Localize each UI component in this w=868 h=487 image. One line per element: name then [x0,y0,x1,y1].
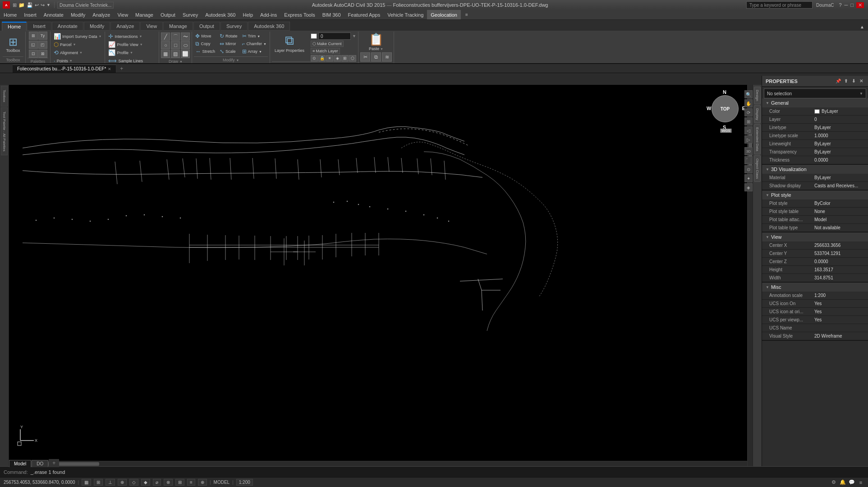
layer-properties-btn[interactable]: ⧉ Layer Properties [272,32,307,54]
ducs-btn[interactable]: ⊗ [164,479,173,486]
menu-addins[interactable]: Add-ins [257,10,280,19]
viz3d-section-header[interactable]: ▼ 3D Visualization [762,165,868,174]
layer-icon5[interactable]: ⊞ [341,55,349,61]
parcel-btn[interactable]: ⬡ Parcel ▼ [52,41,103,48]
scale-btn[interactable]: ⤡ Scale [218,48,239,55]
circle-btn[interactable]: ○ [161,41,170,49]
ribbon-toggle[interactable]: ▲ [856,23,868,31]
menu-analyze[interactable]: Analyze [89,10,114,19]
match-layer-btn[interactable]: ≡ Match Layer [311,48,340,54]
plot-section-header[interactable]: ▼ Plot style [762,190,868,199]
array-btn[interactable]: ⊞ Array ▼ [241,48,268,55]
osnap-btn[interactable]: ◇ [129,479,138,486]
selection-dropdown[interactable]: No selection ▼ [764,88,866,98]
palette-btn4[interactable]: ◰ [38,41,47,49]
search-box[interactable]: Type a keyword or phrase [746,1,813,9]
qa-dropdown[interactable]: ▼ [46,3,51,7]
qa-undo[interactable]: ↩ [35,2,39,8]
nav-extra3[interactable]: ◈ [744,183,753,191]
tab-home[interactable]: Home [2,22,27,31]
layer-icon1[interactable]: ⊙ [311,55,318,61]
menu-output[interactable]: Output [157,10,179,19]
general-section-header[interactable]: ▼ General [762,98,868,107]
dynin-btn[interactable]: ⊞ [175,479,184,486]
menu-toggle[interactable]: ≡ [463,11,471,18]
nav-extents-btn[interactable]: ⊞ [744,117,753,125]
tab-close-icon[interactable]: ✕ [108,67,111,71]
model-tab-do[interactable]: DO [32,460,48,467]
new-tab-btn[interactable]: + [116,65,127,73]
qa-redo[interactable]: ↪ [41,2,45,8]
side-tab-object[interactable]: Object Class [754,155,761,182]
sample-lines-btn[interactable]: ⟺ Sample Lines [107,57,146,63]
tab-analyze[interactable]: Analyze [110,22,140,31]
palette-btn6[interactable]: ⊠ [38,50,47,58]
menu-express[interactable]: Express Tools [280,10,318,19]
layer-num-input[interactable]: 0 [318,32,351,40]
prop-down-btn[interactable]: ⬇ [850,78,857,84]
snap-btn[interactable]: ▦ [82,479,91,486]
palette-btn2[interactable]: Ty [38,32,47,40]
line-btn[interactable]: ╱ [161,32,170,41]
qa-save[interactable]: 💾 [27,2,33,8]
profile-view-btn[interactable]: 📈 Profile View ▼ [107,41,146,48]
tab-annotate[interactable]: Annotate [52,22,83,31]
palette-btn5[interactable]: ⊡ [29,50,38,58]
layer-dropdown-arrow[interactable]: ▼ [352,34,356,38]
spline-btn[interactable]: 〜 [181,32,190,41]
layer-icon6[interactable]: ⬡ [349,55,356,61]
match-prop-btn[interactable]: ≋ [382,52,392,61]
qa-new[interactable]: ⊞ [13,2,17,8]
side-tab-display[interactable]: Display [754,105,761,123]
move-btn[interactable]: ✥ Move [194,32,216,40]
menu-bim360[interactable]: BIM 360 [319,10,344,19]
status-icon1[interactable]: ⚙ [830,479,837,486]
layer-icon4[interactable]: ◈ [334,55,341,61]
menu-autodesk360[interactable]: Autodesk 360 [202,10,239,19]
intersections-btn[interactable]: ✛ Intersections ▼ [107,32,146,40]
otrack-btn[interactable]: ⌀ [153,479,161,486]
import-survey-btn[interactable]: 📊 Import Survey Data ▼ [52,32,103,40]
tab-output[interactable]: Output [193,22,220,31]
paste-btn[interactable]: 📋 Paste ▼ [366,32,386,52]
view-section-header[interactable]: ▼ View [762,232,868,241]
status-icon4[interactable]: ≡ [857,479,864,486]
gradient-btn[interactable]: ▨ [171,50,180,58]
side-tab-extended[interactable]: Extended Data [754,124,761,154]
viewport[interactable]: N S W E TOP WGS Y X [9,85,753,466]
menu-featured[interactable]: Featured Apps [344,10,384,19]
layer-icon2[interactable]: 🔒 [318,55,326,61]
cut-btn[interactable]: ✂ [360,52,370,61]
app-dropdown[interactable]: Douma Civiele Techniek... [57,2,114,9]
palette-tab-toolbox[interactable]: Toolbox [1,86,8,107]
layer-icon3[interactable]: ☀ [326,55,333,61]
menu-manage[interactable]: Manage [132,10,157,19]
grid-btn[interactable]: ⊞ [94,479,103,486]
model-tab-add[interactable]: + [49,459,59,467]
profile-btn[interactable]: 📉 Profile ▼ [107,49,146,56]
menu-home[interactable]: Home [0,10,20,19]
close-btn[interactable]: ✕ [856,2,864,8]
polar-btn[interactable]: ⊕ [118,479,127,486]
tab-manage[interactable]: Manage [163,22,193,31]
model-tab-model[interactable]: Model [9,460,31,467]
tpmode-btn[interactable]: ⊕ [198,479,207,486]
menu-survey[interactable]: Survey [179,10,202,19]
side-tab-design[interactable]: Design [754,87,761,104]
mirror-btn[interactable]: ⇔ Mirror [218,40,239,47]
trim-btn[interactable]: ✂ Trim ▼ [241,32,268,40]
prop-pin-btn[interactable]: 📌 [835,78,841,84]
maximize-btn[interactable]: □ [850,2,854,8]
hatch-btn[interactable]: ▦ [161,50,170,58]
ellipse-btn[interactable]: ⬭ [181,41,190,49]
rect-btn[interactable]: □ [171,41,180,49]
nav-pan-btn[interactable]: ✋ [744,99,753,107]
arc-btn[interactable]: ⌒ [171,32,180,41]
menu-insert[interactable]: Insert [20,10,40,19]
alignment-btn[interactable]: ⟲ Alignment ▼ [52,49,103,56]
help-btn[interactable]: ? [839,2,841,8]
rotate-btn[interactable]: ↻ Rotate [218,32,239,40]
tab-modify[interactable]: Modify [84,22,110,31]
status-icon2[interactable]: 🔔 [839,479,846,486]
make-current-btn[interactable]: ⬡ Make Current [311,41,344,47]
